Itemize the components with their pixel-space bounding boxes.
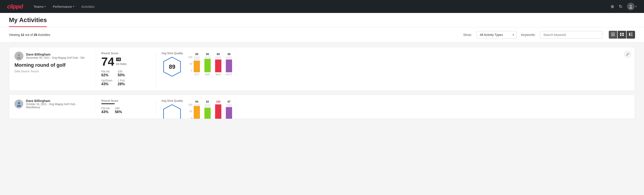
- hexagon: 89: [163, 57, 181, 77]
- bar-putt: 89 PUTT: [226, 53, 232, 76]
- bar-putt-label: PUTT: [226, 73, 232, 76]
- bar-arg-value: 89: [217, 53, 220, 56]
- one-putt-label: 1 Putt: [118, 79, 125, 82]
- nav-performance-label: Performance: [53, 5, 72, 8]
- svg-rect-2: [611, 33, 615, 33]
- bar-ott: 85 OTT: [194, 53, 200, 76]
- hexagon-score: 89: [169, 63, 176, 70]
- mini-stats: FW Hit 62% Up/Down 43% GIR 50% 1 Putt 28…: [101, 70, 150, 86]
- card-quality-2: Avg Shot Quality 100 50 0: [161, 99, 246, 119]
- bar-chart-2: 100 50 0 94 OTT 82: [188, 100, 246, 119]
- user-info-2: Dave Billingham October 16, 2021 - Gog M…: [26, 99, 90, 109]
- fw-hit-value: 62%: [101, 73, 112, 77]
- gir-value-2: 56%: [115, 110, 122, 114]
- viewing-text: Viewing 12 out of 29 Activities: [9, 33, 50, 36]
- bar-chart: 100 50 0 85 OTT: [188, 53, 246, 76]
- gir-stat-2: GIR 56%: [115, 107, 122, 114]
- bar-ott-2: 94 OTT: [194, 100, 200, 119]
- score-placeholder: [101, 103, 115, 104]
- svg-rect-4: [611, 36, 615, 36]
- toolbar: Viewing 12 out of 29 Activities Show: Al…: [0, 27, 644, 42]
- bar-app-2: 82 APP: [204, 100, 211, 119]
- show-label: Show:: [463, 33, 472, 36]
- hexagon-wrapper-2: Avg Shot Quality: [161, 99, 183, 119]
- user-info: Dave Billingham December 05, 2021 - Gog …: [26, 53, 84, 59]
- gir-stat: GIR 50% 1 Putt 28%: [118, 70, 125, 86]
- card-divider: [96, 52, 96, 86]
- avg-shot-quality-label: Avg Shot Quality: [161, 52, 183, 55]
- avg-shot-quality-label-2: Avg Shot Quality: [161, 99, 183, 102]
- card-divider-2: [156, 52, 156, 86]
- score-holes: 18 Holes: [116, 62, 126, 66]
- navbar: clippd Teams ▾ Performance ▾ Activities …: [0, 0, 644, 13]
- avatar-chevron: ▾: [636, 5, 637, 8]
- mini-stats-2: FW Hit 43% GIR 56%: [101, 107, 150, 114]
- svg-rect-10: [630, 33, 632, 33]
- y-axis-50: 50: [188, 62, 192, 65]
- fw-hit-value-2: 43%: [101, 110, 110, 114]
- svg-rect-5: [620, 33, 622, 34]
- round-score-row: 74 +4 18 Holes: [101, 56, 150, 68]
- hexagon-wrapper: Avg Shot Quality 89: [161, 52, 183, 77]
- round-score-row-2: [101, 103, 150, 104]
- score-badge: +4: [116, 58, 121, 61]
- nav-teams-chevron: ▾: [44, 5, 46, 8]
- svg-rect-12: [630, 36, 632, 36]
- refresh-icon[interactable]: ↻: [619, 4, 622, 9]
- bar-app-outer: [204, 56, 211, 72]
- avatar: [14, 52, 24, 60]
- gir-label-2: GIR: [115, 107, 122, 110]
- navbar-right: ⊕ ↻ ▾: [610, 3, 637, 10]
- activity-type-select[interactable]: All Activity Types: [476, 31, 516, 38]
- nav-activities[interactable]: Activities: [82, 4, 94, 9]
- edit-button[interactable]: [624, 51, 631, 58]
- bar-arg-outer: [215, 56, 221, 72]
- gir-label: GIR: [118, 70, 125, 73]
- score-value: 74: [101, 56, 114, 68]
- view-toggle: [609, 31, 635, 38]
- activity-type-dropdown[interactable]: All Activity Types ▾: [476, 31, 516, 38]
- round-score-label: Round Score: [101, 52, 150, 55]
- nav-performance[interactable]: Performance ▾: [53, 4, 74, 9]
- activity-card: Dave Billingham December 05, 2021 - Gog …: [9, 47, 635, 91]
- logo[interactable]: clippd: [7, 3, 23, 10]
- bar-ott-value: 85: [195, 53, 198, 56]
- card-divider-3: [96, 99, 96, 114]
- view-list-compact-button[interactable]: [609, 31, 617, 38]
- search-input[interactable]: [540, 31, 602, 38]
- bar-arg: 89 ARG: [215, 53, 221, 76]
- activity-card-2: Dave Billingham October 16, 2021 - Gog M…: [9, 94, 635, 119]
- card-left-2: Dave Billingham October 16, 2021 - Gog M…: [14, 99, 90, 111]
- fw-hit-stat: FW Hit 62% Up/Down 43%: [101, 70, 112, 86]
- card-quality: Avg Shot Quality 89 100 50 0: [161, 52, 246, 77]
- page-title: My Activities: [9, 16, 47, 27]
- svg-point-13: [18, 54, 20, 56]
- svg-point-1: [629, 7, 632, 9]
- view-grid-button[interactable]: [618, 31, 626, 38]
- svg-marker-18: [164, 105, 180, 119]
- card-divider-4: [156, 99, 156, 114]
- y-axis-100-2: 100: [188, 103, 192, 106]
- keywords-label: Keywords:: [521, 33, 536, 36]
- view-list-detail-button[interactable]: [626, 31, 635, 38]
- fw-hit-stat-2: FW Hit 43%: [101, 107, 110, 114]
- svg-point-16: [18, 102, 20, 104]
- user-row-2: Dave Billingham October 16, 2021 - Gog M…: [14, 99, 90, 109]
- bar-arg-fill: [215, 60, 221, 72]
- activity-title: Morning round of golf: [14, 62, 90, 68]
- bar-arg-label: ARG: [216, 73, 221, 76]
- nav-teams[interactable]: Teams ▾: [34, 4, 46, 9]
- one-putt-value: 28%: [118, 82, 125, 86]
- nav-activities-label: Activities: [82, 5, 94, 8]
- svg-rect-11: [630, 34, 632, 34]
- avatar[interactable]: [627, 3, 635, 10]
- y-axis-50-2: 50: [188, 110, 192, 113]
- y-axis-100: 100: [188, 56, 192, 58]
- fw-hit-label-2: FW Hit: [101, 107, 110, 110]
- svg-rect-7: [620, 34, 622, 36]
- bar-putt-fill: [226, 60, 232, 72]
- add-icon[interactable]: ⊕: [610, 4, 614, 9]
- card-stats: Round Score 74 +4 18 Holes FW Hit 62% Up…: [101, 52, 150, 86]
- user-row: Dave Billingham December 05, 2021 - Gog …: [14, 52, 90, 60]
- nav-performance-chevron: ▾: [73, 5, 74, 8]
